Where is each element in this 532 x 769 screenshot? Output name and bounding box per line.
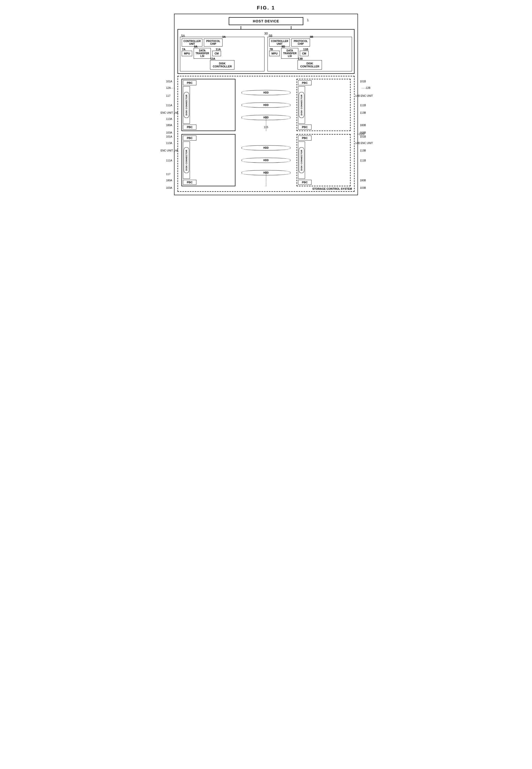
ctrl-a-unit-label: CONTROLLERUNIT — [183, 40, 201, 45]
mpu-a-label: MPU — [184, 52, 190, 55]
data-transfer-a-box: 9A DATATRANSFERLSI — [194, 48, 211, 59]
enc-a-pbc-top-2: PBC — [183, 135, 196, 140]
data-transfer-a-ref: 9A — [194, 45, 197, 48]
ref-103a-2: 103A — [166, 186, 172, 189]
data-transfer-b-ref: 9B — [281, 45, 285, 48]
disk-ctrl-b-ref: 13B — [298, 57, 303, 60]
mpu-a-box: 7A MPU — [182, 51, 192, 56]
enc-b-pbc-bot-2: PBC — [298, 180, 311, 185]
cm-b-box: 11B CM — [300, 51, 309, 56]
page: FIG. 1 HOST DEVICE 1 30 5A — [174, 5, 358, 195]
cm-a-ref: 11A — [216, 48, 221, 51]
mpu-a-ref: 7A — [182, 48, 185, 51]
ref-111b-2: 111B — [360, 159, 366, 162]
enc-a-inner-1: PBC DISK CONNECTOR PBC — [183, 80, 234, 130]
enc-pair-1: PBC DISK CONNECTOR PBC — [181, 79, 351, 131]
two-controllers: 5A CONTROLLERUNIT PROTOCOLCHIP 3A 7A — [180, 37, 352, 71]
enc-group-1: 101A 12A- - - 117 111A ENC UNIT 14A 113A… — [181, 79, 351, 131]
enc-a-pbc-top-1: PBC — [183, 80, 196, 85]
ctrl-a-mid: 7A MPU 9A DATATRANSFERLSI 11A CM — [182, 48, 263, 59]
protocol-chip-b-ref: 3B — [310, 35, 313, 38]
host-row: HOST DEVICE 1 — [177, 17, 355, 25]
hdd-1-2: HDD — [242, 102, 291, 108]
data-transfer-a-label: DATATRANSFERLSI — [195, 49, 209, 57]
ctrl-b-unit-label: CONTROLLERUNIT — [271, 40, 288, 45]
ctrl-a-ref: 5A — [181, 34, 185, 38]
ref-180b-1: 180B — [360, 124, 366, 127]
ctrl-b-bottom: 13B DISKCONTROLLER — [269, 60, 350, 70]
storage-section: STORAGE CONTROL SYSTEM 101A 12A- - - 117… — [177, 76, 355, 192]
disk-ctrl-a-label: DISKCONTROLLER — [213, 62, 232, 68]
enc-unit-14b-2: 14B ENC UNIT — [355, 141, 373, 144]
ref-111a-1: 111A — [166, 104, 172, 107]
controller-area: 30 5A CONTROLLERUNIT PROTOCOLCHIP 3A — [177, 29, 355, 74]
mpu-b-ref: 7B — [269, 48, 273, 51]
storage-bottom-label: STORAGE CONTROL SYSTEM — [312, 187, 352, 190]
ref-101a-1: 101A — [166, 80, 172, 83]
ctrl-b-mid: 7B MPU 9B DATATRANSFERLSI 11B CM — [269, 48, 350, 59]
host-device-wrapper: HOST DEVICE 1 — [229, 17, 303, 25]
ref-111b-1: 111B — [360, 104, 366, 107]
enc-unit-14a-1: ENC UNIT 14A — [161, 111, 178, 114]
disk-conn-b-label-2: DISK CONNECTOR — [300, 150, 303, 171]
controller-a: 5A CONTROLLERUNIT PROTOCOLCHIP 3A 7A — [180, 37, 265, 71]
disk-conn-b-1: DISK CONNECTOR — [298, 86, 305, 124]
enc-pair-2: PBC DISK CONNECTOR PBC — [181, 134, 351, 186]
enc-a-pbc-bot-1: PBC — [183, 125, 196, 130]
disk-conn-b-2: DISK CONNECTOR — [298, 141, 305, 179]
ctrl-b-unit-box: CONTROLLERUNIT — [269, 39, 290, 46]
enc-b-body-2: DISK CONNECTOR — [298, 141, 349, 179]
disk-ctrl-a-ref: 13A — [210, 57, 215, 60]
enc-b-inner-1: PBC DISK CONNECTOR PBC — [298, 80, 349, 130]
ref-113b-1: 113B — [360, 111, 366, 114]
host-line-left — [241, 26, 241, 29]
ctrl-a-unit-box: CONTROLLERUNIT — [182, 39, 202, 46]
enc-a-1: PBC DISK CONNECTOR PBC — [181, 79, 235, 131]
hdd-2-1: HDD — [242, 145, 291, 150]
enc-a-inner-2: PBC DISK CONNECTOR PBC — [183, 135, 234, 185]
ref-180a-1: 180A — [166, 124, 172, 127]
enc-a-body-2: DISK CONNECTOR — [183, 141, 234, 179]
disk-conn-a-1: DISK CONNECTOR — [183, 86, 190, 124]
ref-117-2: 117 — [166, 173, 171, 176]
enc-b-inner-2: PBC DISK CONNECTOR PBC — [298, 135, 349, 185]
ref-111a-2: 111A — [166, 159, 172, 162]
ctrl-a-bottom: 13A DISKCONTROLLER — [182, 60, 263, 70]
dashed-line-2 — [266, 171, 266, 186]
host-device-ref: 1 — [307, 18, 309, 22]
enc-b-2: PBC DISK CONNECTOR PBC — [297, 134, 351, 186]
host-lines — [177, 26, 355, 29]
data-transfer-b-label: DATATRANSFERLSI — [283, 49, 296, 57]
disk-conn-b-label-1: DISK CONNECTOR — [300, 94, 303, 115]
ref-12a-1: 12A- - - — [166, 86, 175, 89]
storage-ref-val: 120 — [359, 132, 364, 136]
ref-113b-2: 113B — [360, 149, 366, 152]
protocol-chip-b-box: PROTOCOLCHIP 3B — [291, 39, 310, 46]
ref-113a-1: 113A — [166, 117, 172, 120]
ref-101a-2: 101A — [166, 135, 172, 138]
dashed-line-115-1 — [266, 116, 266, 131]
data-transfer-b-box: 9B DATATRANSFERLSI — [281, 48, 298, 59]
ref-117-1: 117 — [166, 94, 171, 97]
hdd-1-1: HDD — [242, 90, 291, 95]
ctrl-b-ref: 5B — [269, 34, 272, 38]
host-line-group — [241, 26, 291, 29]
enc-middle-1: HDD HDD HDD 115 — [235, 79, 297, 131]
cm-b-ref: 11B — [303, 48, 308, 51]
ref-103a-1: 103A — [166, 131, 172, 134]
controller-b: 5B CONTROLLERUNIT PROTOCOLCHIP 3B 7B — [267, 37, 352, 71]
disk-ctrl-b-box: 13B DISKCONTROLLER — [298, 60, 322, 70]
enc-b-1: PBC DISK CONNECTOR PBC — [297, 79, 351, 131]
enc-unit-14a-2: ENC UNIT 14A — [161, 149, 178, 152]
ref-101b-1: 101B — [360, 80, 366, 83]
enc-a-pbc-bot-2: PBC — [183, 180, 196, 185]
ref-103b-2: 103B — [360, 186, 366, 189]
figure-title: FIG. 1 — [174, 5, 358, 11]
disk-conn-a-label-1: DISK CONNECTOR — [185, 94, 188, 115]
ctrl-area-ref: 30 — [180, 32, 352, 35]
disk-ctrl-a-box: 13A DISKCONTROLLER — [210, 60, 234, 70]
enc-a-2: PBC DISK CONNECTOR PBC — [181, 134, 235, 186]
ref-113a-2: 113A — [166, 141, 172, 144]
cm-a-box: 11A CM — [212, 51, 221, 56]
enc-b-body-1: DISK CONNECTOR — [298, 86, 349, 124]
